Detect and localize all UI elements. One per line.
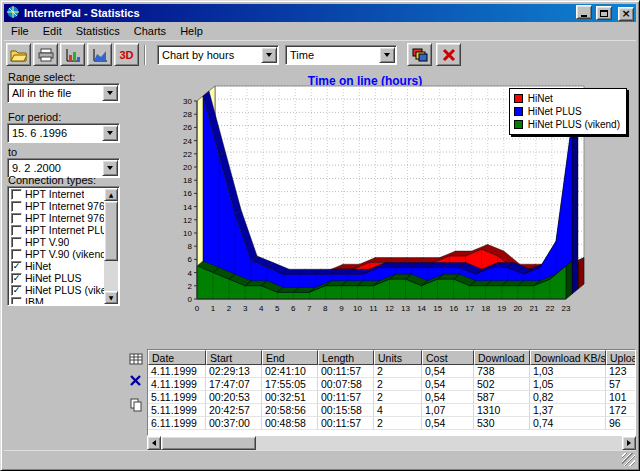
scroll-left-icon[interactable]	[147, 436, 161, 450]
copy-button[interactable]	[126, 396, 145, 413]
table-row[interactable]: 5.11.199920:42:5720:58:5600:15:5841,0713…	[148, 404, 636, 417]
table-cell: 00:11:57	[318, 391, 374, 404]
records-area: DateStartEndLengthUnitsCostDownloadDownl…	[125, 349, 636, 450]
connection-list-item[interactable]: HPT Internet	[9, 188, 104, 200]
scroll-down-icon[interactable]: ▼	[104, 291, 118, 304]
checkbox-unchecked[interactable]	[11, 249, 22, 260]
chevron-down-icon[interactable]	[102, 125, 118, 141]
table-cell: 587	[474, 391, 530, 404]
checkbox-unchecked[interactable]	[11, 189, 22, 200]
range-select-dropdown[interactable]: All in the file	[7, 83, 120, 103]
series-select[interactable]: Time	[285, 45, 397, 65]
scroll-right-icon[interactable]	[622, 436, 636, 450]
checkbox-unchecked[interactable]	[11, 213, 22, 224]
chevron-down-icon[interactable]	[102, 85, 118, 101]
area-chart-button[interactable]	[87, 43, 112, 66]
connection-list-item[interactable]: ✓HiNet PLUS (vikend)	[9, 284, 104, 296]
column-header-download-kb-s[interactable]: Download KB/s	[530, 350, 606, 365]
connection-list-item[interactable]: HPT V.90 (vikend)	[9, 248, 104, 260]
connection-list-item[interactable]: ✓HiNet PLUS	[9, 272, 104, 284]
menu-item-help[interactable]: Help	[173, 23, 210, 39]
checkbox-unchecked[interactable]	[11, 237, 22, 248]
svg-text:16: 16	[449, 304, 458, 313]
svg-text:22: 22	[546, 304, 555, 313]
folder-open-icon	[10, 48, 27, 62]
bar-chart-button[interactable]	[60, 43, 85, 66]
connection-list-scrollbar[interactable]: ▲ ▼	[104, 188, 118, 304]
table-cell: 1310	[474, 404, 530, 417]
column-header-date[interactable]: Date	[148, 350, 206, 365]
table-row[interactable]: 6.11.199900:37:0000:48:5800:11:5720,5453…	[148, 417, 636, 430]
scrollbar-thumb[interactable]	[161, 436, 256, 450]
maximize-button[interactable]	[596, 6, 612, 20]
connection-list-item[interactable]: HPT Internet 9762	[9, 212, 104, 224]
column-header-upload[interactable]: Upload	[606, 350, 636, 365]
menu-bar: FileEditStatisticsChartsHelp	[4, 22, 636, 40]
legend-label: HiNet	[528, 93, 553, 104]
table-row[interactable]: 4.11.199902:29:1302:41:1000:11:5720,5473…	[148, 365, 636, 378]
table-cell: 1,03	[530, 365, 606, 378]
title-bar[interactable]: InternetPal - Statistics ×	[4, 4, 636, 22]
resize-grip[interactable]	[622, 453, 635, 466]
connection-list[interactable]: HPT InternetHPT Internet 9761HPT Interne…	[7, 186, 120, 306]
table-cell: 2	[374, 391, 422, 404]
checkbox-unchecked[interactable]	[11, 225, 22, 236]
checkbox-unchecked[interactable]	[11, 297, 22, 305]
checkbox-checked[interactable]: ✓	[11, 285, 22, 296]
connection-list-item[interactable]: HPT Internet 9761	[9, 200, 104, 212]
column-header-length[interactable]: Length	[318, 350, 374, 365]
column-header-units[interactable]: Units	[374, 350, 422, 365]
checkbox-checked[interactable]: ✓	[11, 261, 22, 272]
connection-label: HiNet	[25, 260, 51, 272]
period-from-dropdown[interactable]: 15. 6 .1996	[7, 123, 120, 143]
column-header-download[interactable]: Download	[474, 350, 530, 365]
checkbox-unchecked[interactable]	[11, 201, 22, 212]
printer-icon	[38, 48, 54, 62]
grid-horizontal-scrollbar[interactable]	[147, 436, 636, 450]
delete-record-button[interactable]	[126, 372, 145, 389]
connection-list-item[interactable]: IBM	[9, 296, 104, 304]
open-file-button[interactable]	[6, 43, 31, 66]
3d-toggle-button[interactable]: 3D	[114, 43, 139, 66]
chart-options-button[interactable]	[407, 43, 432, 66]
grid-body: 4.11.199902:29:1302:41:1000:11:5720,5473…	[148, 365, 635, 430]
menu-item-statistics[interactable]: Statistics	[69, 23, 127, 39]
svg-text:0: 0	[188, 295, 193, 304]
connection-label: HPT Internet	[25, 188, 84, 200]
print-button[interactable]	[33, 43, 58, 66]
chevron-down-icon[interactable]	[102, 160, 118, 176]
chevron-down-icon[interactable]	[261, 47, 277, 63]
svg-text:4: 4	[188, 269, 193, 278]
table-cell: 0,74	[530, 417, 606, 430]
table-row[interactable]: 4.11.199917:47:0717:55:0500:07:5820,5450…	[148, 378, 636, 391]
table-cell: 0,54	[422, 417, 474, 430]
grid-view-button[interactable]	[126, 350, 145, 367]
minimize-button[interactable]	[576, 5, 592, 19]
scroll-up-icon[interactable]: ▲	[104, 188, 118, 201]
close-button[interactable]: ×	[618, 7, 634, 21]
arrow-down-glyph	[384, 53, 390, 57]
connection-list-item[interactable]: HPT Internet PLUS	[9, 224, 104, 236]
menu-item-charts[interactable]: Charts	[127, 23, 173, 39]
window-title: InternetPal - Statistics	[24, 7, 575, 19]
connection-list-item[interactable]: HPT V.90	[9, 236, 104, 248]
column-header-cost[interactable]: Cost	[422, 350, 474, 365]
checkbox-checked[interactable]: ✓	[11, 273, 22, 284]
menu-item-edit[interactable]: Edit	[36, 23, 69, 39]
table-cell: 530	[474, 417, 530, 430]
maximize-icon	[600, 10, 608, 17]
svg-text:2: 2	[188, 282, 193, 291]
grid-tool-strip	[125, 350, 147, 450]
chevron-down-icon[interactable]	[379, 47, 395, 63]
connection-list-item[interactable]: ✓HiNet	[9, 260, 104, 272]
column-header-end[interactable]: End	[262, 350, 318, 365]
table-row[interactable]: 5.11.199900:20:5300:32:5100:11:5720,5458…	[148, 391, 636, 404]
table-cell: 123	[606, 365, 636, 378]
menu-item-file[interactable]: File	[4, 23, 36, 39]
svg-text:3: 3	[243, 304, 248, 313]
close-chart-button[interactable]	[436, 43, 461, 66]
chart-type-select[interactable]: Chart by hours	[157, 45, 279, 65]
svg-text:6: 6	[188, 255, 193, 264]
scrollbar-thumb[interactable]	[104, 201, 118, 261]
column-header-start[interactable]: Start	[206, 350, 262, 365]
